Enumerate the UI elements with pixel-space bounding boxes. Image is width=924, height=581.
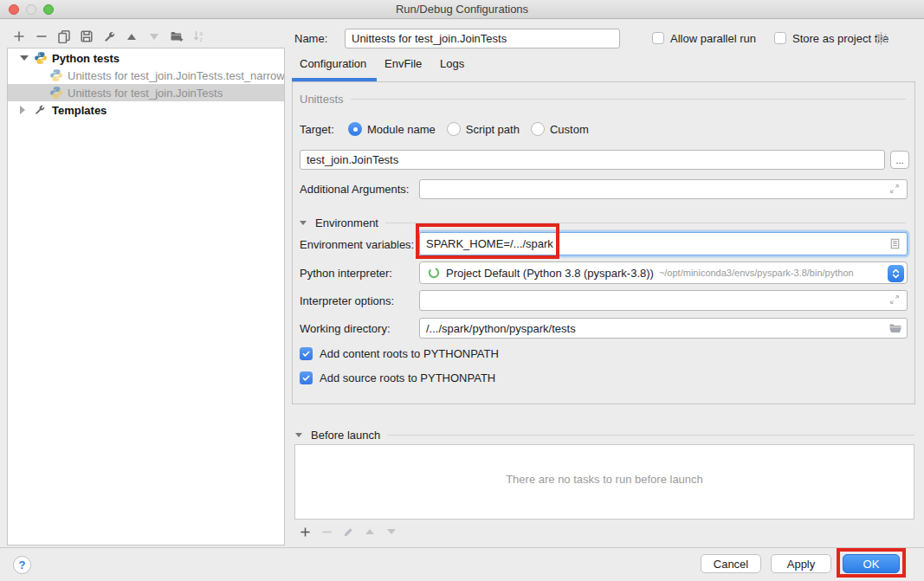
before-launch-toolbar <box>299 526 397 538</box>
tree-item-label: Templates <box>52 104 107 117</box>
close-window-button[interactable] <box>9 4 19 15</box>
apply-button[interactable]: Apply <box>771 554 831 573</box>
folder-icon[interactable] <box>888 321 902 335</box>
cancel-button[interactable]: Cancel <box>701 554 761 573</box>
radio-label: Module name <box>367 123 436 136</box>
allow-parallel-run-label: Allow parallel run <box>670 32 756 45</box>
svg-text:z: z <box>200 36 203 42</box>
python-icon <box>49 68 63 82</box>
target-row: Target: Module name Script path Custom <box>300 120 600 138</box>
add-content-roots-label: Add content roots to PYTHONPATH <box>320 347 499 360</box>
remove-task-icon[interactable] <box>320 526 333 538</box>
configurations-toolbar: a z <box>12 28 206 45</box>
tree-item-label: Python tests <box>52 52 120 65</box>
wrench-icon <box>34 103 48 117</box>
additional-arguments-input[interactable] <box>419 179 908 199</box>
title-bar: Run/Debug Configurations <box>0 0 924 19</box>
allow-parallel-run-checkbox[interactable] <box>652 32 664 44</box>
unittests-group-label: Unittests <box>300 93 344 106</box>
checkbox-checked-icon[interactable] <box>300 347 313 360</box>
interpreter-options-input[interactable] <box>419 290 908 311</box>
expand-field-icon[interactable] <box>888 183 902 197</box>
move-down-icon[interactable] <box>147 29 161 43</box>
radio-icon[interactable] <box>348 122 362 136</box>
move-task-down-icon[interactable] <box>385 526 397 538</box>
add-source-roots-label: Add source roots to PYTHONPATH <box>320 371 495 384</box>
environment-group-label: Environment <box>315 216 378 229</box>
move-up-icon[interactable] <box>125 29 139 43</box>
run-debug-configurations-dialog: Run/Debug Configurations <box>0 0 924 581</box>
edit-variables-list-icon[interactable] <box>888 237 902 251</box>
name-input[interactable]: Unittests for test_join.JoinTests <box>345 29 620 48</box>
additional-arguments-label: Additional Arguments: <box>300 183 409 196</box>
environment-variables-label: Environment variables: <box>300 238 414 251</box>
tree-item-python-tests[interactable]: Python tests <box>8 49 284 67</box>
footer-divider <box>0 547 924 548</box>
store-as-project-file-checkbox[interactable] <box>774 32 786 44</box>
annotation-environment-variables <box>416 223 559 259</box>
add-icon[interactable] <box>12 29 26 43</box>
python-icon <box>49 86 63 100</box>
tab-logs[interactable]: Logs <box>440 57 464 74</box>
before-launch-task-list: There are no tasks to run before launch <box>294 444 914 520</box>
tab-envfile[interactable]: EnvFile <box>384 57 422 74</box>
add-task-icon[interactable] <box>299 526 311 538</box>
move-task-up-icon[interactable] <box>364 526 376 538</box>
python-interpreter-path: ~/opt/miniconda3/envs/pyspark-3.8/bin/py… <box>659 268 854 278</box>
radio-label: Script path <box>466 123 520 136</box>
interpreter-options-label: Interpreter options: <box>300 294 394 307</box>
working-directory-label: Working directory: <box>300 322 391 335</box>
tree-item-unittests-test-narrow[interactable]: Unittests for test_join.JoinTests.test_n… <box>8 67 284 84</box>
add-source-roots-checkbox-row[interactable]: Add source roots to PYTHONPATH <box>300 371 495 384</box>
browse-button[interactable]: ... <box>890 151 909 169</box>
before-launch-empty-text: There are no tasks to run before launch <box>295 473 914 486</box>
before-launch-group-header[interactable]: Before launch <box>295 429 914 442</box>
radio-module-name[interactable]: Module name <box>348 122 436 136</box>
radio-script-path[interactable]: Script path <box>447 122 520 136</box>
radio-custom[interactable]: Custom <box>531 122 589 136</box>
python-interpreter-label: Python interpreter: <box>300 267 392 280</box>
annotation-ok-button <box>837 548 906 578</box>
configurations-tree: Python tests Unittests for test_join.Joi… <box>7 48 285 545</box>
collapse-triangle-icon[interactable] <box>295 433 302 437</box>
virtualenv-icon <box>427 266 441 280</box>
window-title: Run/Debug Configurations <box>0 0 924 18</box>
dropdown-stepper-icon[interactable] <box>888 265 904 282</box>
gear-icon[interactable] <box>874 31 888 46</box>
help-button[interactable]: ? <box>13 556 31 574</box>
tab-configuration[interactable]: Configuration <box>300 57 366 74</box>
remove-icon[interactable] <box>35 29 48 43</box>
copy-icon[interactable] <box>57 29 71 43</box>
group-divider <box>387 435 914 436</box>
radio-label: Custom <box>550 123 589 136</box>
unittests-group-header: Unittests <box>300 93 906 106</box>
new-folder-icon[interactable] <box>170 29 184 43</box>
collapse-triangle-icon[interactable] <box>300 221 307 225</box>
tree-item-unittests-jointests[interactable]: Unittests for test_join.JoinTests <box>8 84 284 101</box>
name-label: Name: <box>294 32 327 45</box>
module-name-input[interactable]: test_join.JoinTests <box>300 150 885 170</box>
before-launch-group-label: Before launch <box>311 429 380 442</box>
radio-icon[interactable] <box>447 122 461 136</box>
working-directory-input[interactable]: /.../spark/python/pyspark/tests <box>419 318 908 339</box>
group-divider <box>351 99 906 100</box>
expand-field-icon[interactable] <box>888 294 902 307</box>
minimize-window-button[interactable] <box>26 4 36 15</box>
add-content-roots-checkbox-row[interactable]: Add content roots to PYTHONPATH <box>300 347 499 360</box>
tree-item-label: Unittests for test_join.JoinTests <box>68 87 223 100</box>
wrench-icon[interactable] <box>102 29 116 43</box>
tree-item-templates[interactable]: Templates <box>8 101 284 119</box>
radio-icon[interactable] <box>531 122 545 136</box>
environment-group-header[interactable]: Environment <box>300 216 906 229</box>
checkbox-checked-icon[interactable] <box>300 371 313 384</box>
chevron-down-icon[interactable] <box>20 55 29 61</box>
python-interpreter-value: Project Default (Python 3.8 (pyspark-3.8… <box>446 267 654 280</box>
python-interpreter-select[interactable]: Project Default (Python 3.8 (pyspark-3.8… <box>419 261 908 284</box>
chevron-right-icon[interactable] <box>20 106 29 114</box>
target-label: Target: <box>300 123 348 136</box>
working-directory-value: /.../spark/python/pyspark/tests <box>426 322 576 335</box>
zoom-window-button[interactable] <box>43 4 54 15</box>
sort-alphabetically-icon[interactable]: a z <box>192 29 206 43</box>
save-icon[interactable] <box>80 29 94 43</box>
edit-task-icon[interactable] <box>342 526 354 538</box>
